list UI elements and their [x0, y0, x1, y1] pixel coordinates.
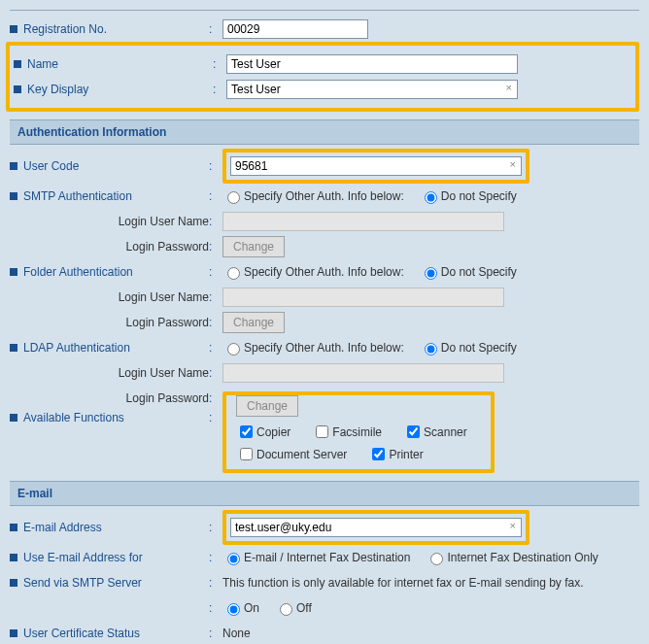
check-facsimile[interactable]: Facsimile [312, 423, 382, 441]
radio-label: Internet Fax Destination Only [447, 551, 598, 564]
check-label: Printer [389, 448, 423, 461]
radio-input[interactable] [425, 343, 437, 356]
radio-label: Specify Other Auth. Info below: [244, 189, 404, 203]
colon: : [213, 83, 226, 96]
use-email-for-label: Use E-mail Address for [23, 551, 143, 564]
name-label: Name [27, 57, 58, 71]
row-send-via-onoff: : On Off [10, 597, 639, 619]
radio-input[interactable] [227, 191, 240, 204]
section-email: E-mail [10, 481, 639, 506]
reg-no-label: Registration No. [23, 22, 107, 36]
check-label: Scanner [424, 425, 467, 439]
bullet-icon [10, 579, 17, 587]
row-smtp-auth: SMTP Authentication : Specify Other Auth… [10, 186, 639, 207]
send-via-note: This function is only available for inte… [222, 576, 584, 590]
row-folder-user: Login User Name : [10, 287, 639, 308]
ldap-login-user-input [222, 363, 504, 383]
radio-label: Do not Specify [441, 189, 517, 203]
row-smtp-pass: Login Password : Change [10, 236, 639, 257]
key-display-label: Key Display [27, 83, 88, 96]
radio-folder-specify[interactable]: Specify Other Auth. Info below: [222, 264, 404, 280]
bullet-icon [10, 554, 17, 561]
radio-input[interactable] [430, 553, 443, 565]
reg-no-input[interactable] [222, 19, 368, 39]
check-printer[interactable]: Printer [368, 445, 423, 463]
bullet-icon [10, 162, 17, 170]
bullet-icon [10, 629, 17, 637]
radio-label: On [244, 601, 259, 615]
check-copier[interactable]: Copier [236, 423, 290, 441]
radio-input[interactable] [227, 603, 240, 616]
radio-input[interactable] [227, 267, 240, 280]
bullet-icon [10, 192, 17, 200]
row-name: Name : [14, 53, 632, 75]
row-available-functions: Available Functions : Change Copier Facs… [10, 403, 639, 471]
row-user-code: User Code : × [10, 151, 639, 182]
radio-input[interactable] [227, 343, 240, 356]
folder-auth-label: Folder Authentication [23, 265, 133, 279]
radio-use-for-both[interactable]: E-mail / Internet Fax Destination [222, 550, 410, 565]
bullet-icon [10, 414, 17, 422]
available-functions-label: Available Functions [23, 411, 124, 424]
user-code-input[interactable] [230, 156, 522, 176]
radio-smtp-specify[interactable]: Specify Other Auth. Info below: [222, 188, 404, 204]
key-display-input[interactable] [226, 80, 518, 99]
smtp-auth-label: SMTP Authentication [23, 189, 132, 203]
row-key-display: Key Display : × [14, 79, 632, 100]
checkbox-input[interactable] [316, 425, 328, 438]
colon: : [209, 159, 222, 173]
radio-ldap-dont[interactable]: Do not Specify [420, 340, 517, 356]
user-code-label: User Code [23, 159, 79, 173]
radio-input[interactable] [425, 267, 437, 280]
radio-use-for-ifax[interactable]: Internet Fax Destination Only [426, 550, 598, 565]
radio-smtp-dont[interactable]: Do not Specify [420, 188, 517, 204]
radio-input[interactable] [425, 191, 437, 204]
radio-smtp-on[interactable]: On [222, 600, 259, 616]
radio-input[interactable] [227, 553, 240, 565]
colon: : [213, 57, 226, 71]
row-smtp-user: Login User Name : [10, 211, 639, 232]
checkbox-input[interactable] [240, 425, 253, 438]
login-pass-label: Login Password [126, 316, 209, 329]
highlight-name-key: Name : Key Display : × [6, 42, 639, 112]
checkbox-input[interactable] [407, 425, 420, 438]
smtp-login-user-input [222, 212, 504, 231]
name-input[interactable] [226, 54, 518, 74]
bullet-icon [14, 85, 21, 93]
check-document-server[interactable]: Document Server [236, 445, 347, 463]
radio-folder-dont[interactable]: Do not Specify [420, 264, 517, 280]
radio-label: Do not Specify [441, 341, 517, 355]
clear-icon[interactable]: × [510, 158, 516, 170]
radio-label: Specify Other Auth. Info below: [244, 341, 404, 355]
checkbox-input[interactable] [240, 448, 253, 460]
section-auth: Authentication Information [10, 119, 639, 145]
row-folder-pass: Login Password : Change [10, 312, 639, 333]
radio-smtp-off[interactable]: Off [275, 600, 312, 616]
bullet-icon [10, 268, 17, 276]
folder-login-user-input [222, 288, 504, 307]
highlight-functions: Change Copier Facsimile Scanner [222, 391, 495, 473]
checkbox-input[interactable] [372, 448, 385, 460]
cert-status-value: None [222, 627, 251, 640]
row-use-email-for: Use E-mail Address for : E-mail / Intern… [10, 547, 639, 568]
radio-input[interactable] [280, 603, 292, 616]
radio-ldap-specify[interactable]: Specify Other Auth. Info below: [222, 340, 404, 356]
clear-icon[interactable]: × [510, 520, 516, 531]
colon: : [209, 189, 222, 203]
radio-label: E-mail / Internet Fax Destination [244, 551, 410, 564]
ldap-auth-label: LDAP Authentication [23, 341, 130, 355]
check-scanner[interactable]: Scanner [403, 423, 467, 441]
radio-label: Specify Other Auth. Info below: [244, 265, 404, 279]
row-cert-status: User Certificate Status : None [10, 623, 639, 644]
row-send-via-smtp: Send via SMTP Server : This function is … [10, 572, 639, 593]
login-pass-label: Login Password [126, 240, 209, 254]
row-registration-no: Registration No. : [10, 18, 639, 40]
radio-label: Off [296, 601, 312, 615]
radio-label: Do not Specify [441, 265, 517, 279]
row-ldap-auth: LDAP Authentication : Specify Other Auth… [10, 337, 639, 358]
email-address-input[interactable] [230, 518, 522, 537]
change-pass-smtp-button: Change [222, 236, 285, 257]
clear-icon[interactable]: × [506, 82, 512, 93]
colon: : [209, 22, 222, 36]
highlight-email: × [222, 510, 529, 545]
